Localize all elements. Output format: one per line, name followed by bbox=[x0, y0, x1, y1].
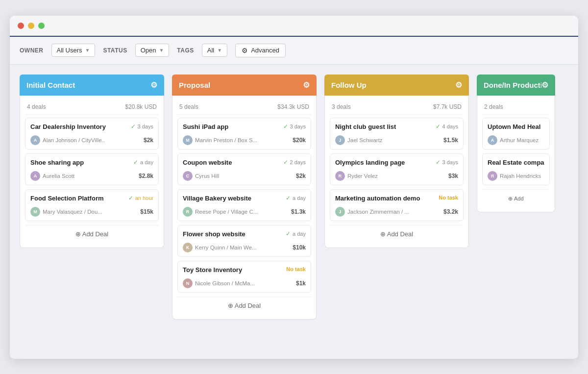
deal-card[interactable]: Village Bakery website ✓ a day R Reese P… bbox=[177, 189, 311, 221]
no-task-label: No task bbox=[439, 195, 458, 200]
deal-task: ✓ 3 days bbox=[283, 123, 306, 130]
deal-card[interactable]: Toy Store Inventory No task N Nicole Gib… bbox=[177, 261, 311, 293]
deal-task: No task bbox=[286, 266, 306, 272]
deal-amount: $1.5k bbox=[443, 137, 458, 144]
deal-row-top: Night club guest list ✓ 4 days bbox=[335, 123, 458, 133]
deal-amount: $2.8k bbox=[139, 173, 153, 179]
deal-meta: R Ryder Velez $3k bbox=[335, 171, 458, 181]
person-name: Jackson Zimmerman / ... bbox=[347, 209, 409, 215]
deal-card[interactable]: Sushi iPad app ✓ 3 days M Marvin Preston… bbox=[177, 118, 311, 150]
column-done-production: Done/In Production ⚙ 2 deals Uptown Med … bbox=[477, 75, 555, 349]
deal-person: J Jael Schwartz bbox=[335, 135, 383, 145]
deal-title: Shoe sharing app bbox=[30, 159, 84, 166]
deal-card[interactable]: Shoe sharing app ✓ a day A Aurelia Scott… bbox=[25, 153, 159, 185]
add-deal-button[interactable]: ⊕ Add bbox=[482, 189, 550, 207]
titlebar bbox=[10, 16, 578, 37]
task-time: a day bbox=[140, 159, 153, 165]
avatar: R bbox=[183, 207, 193, 217]
advanced-button[interactable]: ⚙ Advanced bbox=[235, 44, 286, 57]
deal-amount: $2k bbox=[296, 173, 306, 179]
deal-title: Olympics landing page bbox=[335, 159, 405, 166]
column-title: Done/In Production bbox=[484, 81, 541, 89]
status-value: Open bbox=[141, 47, 156, 54]
avatar: A bbox=[30, 171, 40, 181]
deal-amount: $15k bbox=[140, 208, 153, 215]
deal-person: N Nicole Gibson / McMa... bbox=[183, 278, 255, 288]
deal-title: Real Estate compa bbox=[488, 159, 544, 166]
deal-title: Sushi iPad app bbox=[183, 123, 228, 130]
column-body-follow-up: 3 deals $7.7k USD Night club guest list … bbox=[324, 96, 469, 248]
tags-chevron-icon: ▼ bbox=[217, 48, 222, 53]
deal-title: Night club guest list bbox=[335, 123, 396, 130]
add-deal-button[interactable]: ⊕ Add Deal bbox=[177, 297, 311, 314]
deal-amount: $3k bbox=[448, 173, 458, 179]
deal-card[interactable]: Uptown Med Heal A Arthur Marquez bbox=[482, 118, 550, 150]
deal-person: R Ryder Velez bbox=[335, 171, 378, 181]
plus-icon: ⊕ bbox=[228, 302, 233, 309]
status-label: STATUS bbox=[103, 47, 127, 54]
task-time: 3 days bbox=[442, 159, 458, 165]
add-deal-button[interactable]: ⊕ Add Deal bbox=[330, 225, 464, 243]
deal-card[interactable]: Food Selection Platform ✓ an hour M Mary… bbox=[25, 189, 159, 221]
deal-card[interactable]: Olympics landing page ✓ 3 days R Ryder V… bbox=[330, 153, 464, 185]
column-settings-icon[interactable]: ⚙ bbox=[303, 80, 310, 90]
column-initial-contact: Initial Contact ⚙ 4 deals $20.8k USD Car… bbox=[20, 75, 164, 349]
deal-title: Uptown Med Heal bbox=[488, 123, 540, 130]
deal-person: R Rajah Hendricks bbox=[488, 171, 541, 181]
plus-icon: ⊕ bbox=[380, 230, 386, 238]
column-settings-icon[interactable]: ⚙ bbox=[150, 80, 157, 90]
deal-person: C Cyrus Hill bbox=[183, 171, 219, 181]
deal-card[interactable]: Marketing automation demo No task J Jack… bbox=[330, 189, 464, 221]
status-filter[interactable]: Open ▼ bbox=[135, 44, 170, 57]
plus-icon: ⊕ Add bbox=[508, 196, 523, 201]
kanban-board: Initial Contact ⚙ 4 deals $20.8k USD Car… bbox=[10, 65, 578, 359]
deal-card[interactable]: Night club guest list ✓ 4 days J Jael Sc… bbox=[330, 118, 464, 150]
close-button[interactable] bbox=[18, 23, 24, 29]
deal-row-top: Real Estate compa bbox=[488, 159, 544, 169]
column-header-proposal: Proposal ⚙ bbox=[172, 75, 317, 96]
deal-meta: A Alan Johnson / CityVille.. $2k bbox=[30, 135, 153, 145]
status-chevron-icon: ▼ bbox=[159, 48, 164, 53]
column-title: Follow Up bbox=[331, 81, 367, 89]
tags-filter[interactable]: All ▼ bbox=[202, 44, 227, 57]
deal-amount: $1k bbox=[296, 280, 306, 287]
column-header-done-production: Done/In Production ⚙ bbox=[477, 75, 555, 96]
avatar: R bbox=[335, 171, 345, 181]
deal-card[interactable]: Real Estate compa R Rajah Hendricks bbox=[482, 153, 550, 185]
tags-value: All bbox=[207, 47, 214, 54]
column-body-proposal: 5 deals $34.3k USD Sushi iPad app ✓ 3 da… bbox=[172, 96, 317, 320]
column-settings-icon[interactable]: ⚙ bbox=[541, 80, 548, 90]
column-title: Proposal bbox=[179, 81, 210, 89]
deal-task: ✓ an hour bbox=[128, 195, 153, 201]
owner-filter[interactable]: All Users ▼ bbox=[51, 44, 96, 57]
deal-card[interactable]: Coupon website ✓ 2 days C Cyrus Hill $2k bbox=[177, 153, 311, 185]
task-time: a day bbox=[293, 195, 306, 201]
deal-amount: $2k bbox=[144, 137, 153, 144]
person-name: Cyrus Hill bbox=[195, 173, 219, 179]
deal-person: M Mary Valasquez / Dou... bbox=[30, 207, 102, 217]
person-name: Kerry Quinn / Main We... bbox=[195, 245, 257, 250]
deal-card[interactable]: Flower shop website ✓ a day K Kerry Quin… bbox=[177, 225, 311, 257]
no-task-label: No task bbox=[286, 266, 306, 272]
deal-task: ✓ 4 days bbox=[436, 123, 458, 130]
task-time: 4 days bbox=[442, 124, 458, 129]
deal-title: Village Bakery website bbox=[183, 195, 251, 202]
deal-person: R Reese Pope / Village C... bbox=[183, 207, 258, 217]
maximize-button[interactable] bbox=[38, 23, 45, 29]
deal-title: Car Dealership Inventory bbox=[30, 123, 106, 130]
avatar: J bbox=[335, 135, 345, 145]
person-name: Nicole Gibson / McMa... bbox=[195, 280, 255, 286]
deal-meta: A Arthur Marquez bbox=[488, 135, 544, 145]
add-deal-button[interactable]: ⊕ Add Deal bbox=[25, 225, 159, 243]
deal-task: ✓ 2 days bbox=[283, 159, 306, 166]
minimize-button[interactable] bbox=[28, 23, 34, 29]
deal-row-top: Uptown Med Heal bbox=[488, 123, 544, 133]
avatar: A bbox=[30, 135, 40, 145]
column-proposal: Proposal ⚙ 5 deals $34.3k USD Sushi iPad… bbox=[172, 75, 317, 349]
deal-title: Food Selection Platform bbox=[30, 195, 104, 202]
deal-card[interactable]: Car Dealership Inventory ✓ 3 days A Alan… bbox=[25, 118, 159, 150]
plus-icon: ⊕ bbox=[75, 230, 81, 238]
column-settings-icon[interactable]: ⚙ bbox=[455, 80, 462, 90]
check-icon: ✓ bbox=[286, 230, 291, 237]
deals-total: $7.7k USD bbox=[433, 103, 462, 110]
